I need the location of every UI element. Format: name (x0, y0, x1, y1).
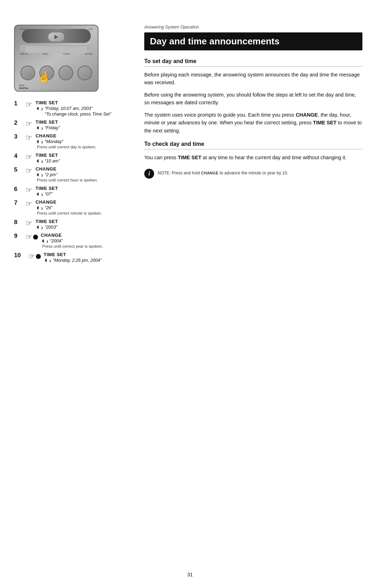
step-10: 10 ☞ TIME SET “Monday, 2:26 pm, 2004” (14, 252, 127, 264)
finger-press-icon: ☞ (25, 100, 32, 109)
audio-icon (37, 225, 43, 230)
section-label: Answering System Operation (144, 25, 362, 30)
note-box: i NOTE: Press and hold CHANGE to advance… (144, 169, 362, 179)
step-5-number: 5 (14, 166, 25, 173)
page-title: Day and time announcements (144, 32, 362, 50)
step-2: 2 ☞ TIME SET “Friday” (14, 119, 127, 131)
right-column: Answering System Operation Day and time … (134, 14, 380, 574)
finger-press-icon: ☞ (25, 166, 32, 175)
step-1: 1 ☞ TIME SET “Friday, 10:07 am, 2003” “T… (14, 100, 127, 117)
step-9-note: Press until correct year is spoken. (42, 244, 127, 248)
page-number: 31 (187, 572, 193, 577)
step-3-number: 3 (14, 133, 25, 140)
step-3-action: CHANGE (36, 133, 56, 138)
note-text: NOTE: Press and hold CHANGE to advance t… (158, 169, 288, 175)
step-8: 8 ☞ TIME SET “2003” (14, 219, 127, 230)
audio-icon (37, 159, 43, 163)
audio-icon (37, 172, 43, 177)
play-icon (55, 35, 58, 39)
body-paragraph-2: Before using the answering system, you s… (144, 91, 362, 107)
audio-icon (37, 125, 43, 130)
body-paragraph-3: The system uses voice prompts to guide y… (144, 111, 362, 135)
finger-press-icon: ☞ (25, 153, 32, 162)
step-3: 3 ☞ CHANGE “Monday” Press until correct … (14, 133, 127, 150)
step-9-action: CHANGE (41, 233, 62, 238)
step-9-audio-0: “2004” (50, 239, 63, 243)
finger-press-icon: ☞ (25, 133, 32, 142)
play-button (48, 32, 65, 42)
audio-icon (45, 258, 51, 263)
step-5-audio-0: “2 pm” (45, 172, 57, 177)
device-btn-3 (58, 66, 73, 80)
left-column: REPEAT SKIP TIME SETMENUCHANGERECORD ☝ G… (0, 14, 134, 574)
step-8-audio-0: “2003” (45, 225, 57, 230)
step-7-action: CHANGE (36, 199, 56, 205)
device-image: REPEAT SKIP TIME SETMENUCHANGERECORD ☝ G… (14, 25, 99, 92)
audio-icon (37, 139, 43, 144)
finger-press-icon: ☞ (25, 233, 32, 242)
finger-press-icon: ☞ (28, 252, 35, 261)
hand-pointer-icon: ☝ (37, 70, 52, 84)
device-btn-1 (20, 66, 35, 80)
device-buttons (18, 66, 94, 80)
step-1-audio-1: “To change clock, press Time Set” (45, 112, 111, 117)
subsection-title-1: To set day and time (144, 58, 362, 67)
step-2-number: 2 (14, 119, 25, 126)
step-8-number: 8 (14, 219, 25, 226)
body-paragraph-4: You can press TIME SET at any time to he… (144, 154, 362, 161)
step-9-number: 9 (14, 233, 25, 240)
audio-icon (37, 205, 43, 210)
step-10-audio-0: “Monday, 2:26 pm, 2004” (53, 258, 102, 263)
finger-press-icon: ☞ (25, 219, 32, 228)
brand-label: GHzDIGITAL (19, 83, 28, 89)
step-4-number: 4 (14, 153, 25, 160)
step-1-audio-0: “Friday, 10:07 am, 2003” (45, 106, 93, 111)
finger-press-icon: ☞ (25, 186, 32, 195)
step-1-number: 1 (14, 100, 25, 107)
step-7: 7 ☞ CHANGE “26” Press until correct minu… (14, 199, 127, 217)
step-7-number: 7 (14, 199, 25, 206)
step-3-note: Press until correct day is spoken. (37, 145, 127, 149)
step-9: 9 ☞ CHANGE “2004” Press until correct ye… (14, 233, 127, 250)
audio-icon (42, 239, 49, 243)
step-8-action: TIME SET (36, 219, 58, 224)
step-5: 5 ☞ CHANGE “2 pm” Press until correct ho… (14, 166, 127, 184)
step-4-action: TIME SET (36, 153, 58, 158)
step-6-audio-0: “07” (45, 192, 52, 197)
step-7-note: Press until correct minute is spoken. (37, 211, 127, 215)
dot-indicator-icon (33, 235, 38, 240)
step-2-action: TIME SET (36, 119, 58, 125)
step-4-audio-0: “10 am” (45, 159, 60, 163)
step-2-audio-0: “Friday” (45, 125, 60, 130)
step-4: 4 ☞ TIME SET “10 am” (14, 153, 127, 164)
step-1-action: TIME SET (36, 100, 58, 105)
device-btn-4 (77, 66, 92, 80)
step-6-action: TIME SET (36, 186, 58, 191)
dot-indicator-icon (36, 254, 41, 259)
subsection-title-2: To check day and time (144, 141, 362, 149)
step-10-number: 10 (14, 252, 28, 259)
step-10-action: TIME SET (44, 252, 66, 257)
step-6-number: 6 (14, 186, 25, 193)
step-6: 6 ☞ TIME SET “07” (14, 186, 127, 197)
body-paragraph-1: Before playing each message, the answeri… (144, 71, 362, 87)
steps-list: 1 ☞ TIME SET “Friday, 10:07 am, 2003” “T… (14, 100, 127, 264)
info-icon: i (144, 169, 154, 179)
finger-press-icon: ☞ (25, 119, 32, 129)
step-7-audio-0: “26” (45, 205, 52, 210)
finger-press-icon: ☞ (25, 199, 32, 209)
step-5-action: CHANGE (36, 166, 56, 172)
step-3-audio-0: “Monday” (45, 139, 63, 144)
audio-icon (37, 192, 43, 197)
step-5-note: Press until correct hour is spoken. (37, 178, 127, 182)
audio-icon (37, 106, 43, 111)
